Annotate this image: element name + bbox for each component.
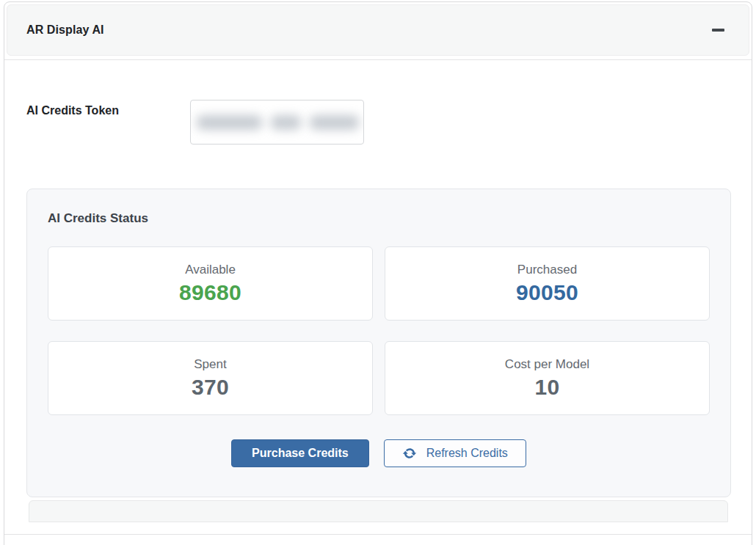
blurred-token-segment xyxy=(271,115,301,130)
stat-label: Cost per Model xyxy=(505,357,589,372)
section-title: AR Display AI xyxy=(26,23,104,37)
credits-buttons-row: Purchase Credits Refresh Credits xyxy=(48,439,710,467)
stat-value: 89680 xyxy=(179,280,241,305)
stat-card-cost-per-model: Cost per Model 10 xyxy=(385,341,710,415)
ai-credits-status-panel: AI Credits Status Available 89680 Purcha… xyxy=(26,189,731,497)
minus-icon xyxy=(712,29,724,32)
stat-value: 90050 xyxy=(516,280,578,305)
refresh-icon xyxy=(402,446,417,461)
token-field-row: AI Credits Token xyxy=(26,100,730,145)
blurred-token-segment xyxy=(197,115,262,130)
stat-value: 370 xyxy=(192,375,229,400)
stat-card-available: Available 89680 xyxy=(48,246,373,321)
purchase-credits-button[interactable]: Purchase Credits xyxy=(231,439,369,467)
stat-label: Spent xyxy=(194,357,226,372)
stat-label: Available xyxy=(185,263,236,277)
blurred-token-segment xyxy=(310,115,359,130)
token-field-label: AI Credits Token xyxy=(26,100,190,117)
refresh-button-label: Refresh Credits xyxy=(426,447,508,460)
stat-value: 10 xyxy=(535,375,560,400)
stat-label: Purchased xyxy=(517,263,577,277)
settings-container: AR Display AI AI Credits Token AI Credit… xyxy=(4,1,752,545)
stat-card-purchased: Purchased 90050 xyxy=(385,246,710,321)
stat-card-spent: Spent 370 xyxy=(48,341,373,415)
collapse-button[interactable] xyxy=(705,17,731,43)
next-accordion-header[interactable] xyxy=(29,500,728,522)
accordion-header-ar-display-ai[interactable]: AR Display AI xyxy=(7,4,749,56)
ai-credits-token-input[interactable] xyxy=(190,100,364,145)
status-panel-title: AI Credits Status xyxy=(48,211,710,226)
section-body: AI Credits Token AI Credits Status Avail… xyxy=(4,59,752,535)
refresh-credits-button[interactable]: Refresh Credits xyxy=(384,439,526,467)
stats-grid: Available 89680 Purchased 90050 Spent 37… xyxy=(48,246,710,415)
